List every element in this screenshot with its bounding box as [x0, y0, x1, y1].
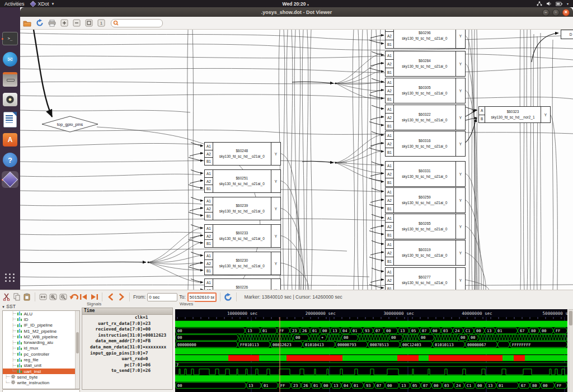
svg-text:FFFFFFFF: FFFFFFFF: [512, 343, 531, 347]
shift-end-button[interactable]: [90, 292, 98, 301]
graph-node-$60259[interactable]: A1A2B1$60259sky130_fd_sc_hd__o21ai_0Y: [385, 187, 466, 213]
sst-item-pc_controller[interactable]: ├─pc_controller: [3, 351, 79, 357]
signal-input_gpio_pins[3:0][interactable]: input_gpio_pins[3:0] =7: [82, 351, 172, 357]
sst-item-send_byte[interactable]: ├─send_byte: [3, 374, 79, 380]
graph-node-$60233[interactable]: A1A2B1$60233sky130_fd_sc_hd__o21ai_0Y: [204, 224, 281, 248]
waves-area[interactable]: 10000000 sec20000000 sec30000000 sec4000…: [175, 309, 567, 392]
dock-file-archive[interactable]: [2, 71, 18, 88]
app-menu[interactable]: XDot ▼: [30, 1, 55, 7]
svg-text:24: 24: [455, 329, 459, 333]
maximize-button[interactable]: ▫: [552, 9, 560, 16]
sst-filter-box[interactable]: [2, 389, 80, 392]
signal-uart_rxd[interactable]: uart_rxd =0: [82, 356, 172, 362]
signals-header[interactable]: Time: [82, 308, 172, 315]
sst-item-reg_file[interactable]: ├─reg_file: [3, 357, 79, 362]
svg-text:FF: FF: [280, 384, 285, 388]
caret-down-icon[interactable]: ▾: [567, 2, 569, 6]
graph-canvas[interactable]: top_gpio_pinsA1A2B1$60248sky130_fd_sc_hd…: [20, 30, 573, 290]
find-next-edge-button[interactable]: [117, 292, 126, 301]
sst-item-ID[interactable]: ├─ID: [3, 317, 79, 322]
graph-node-$60305[interactable]: A1A2B1$60305sky130_fd_sc_hd__o21ai_0Y: [385, 78, 466, 103]
zoom-100-button[interactable]: 1: [96, 18, 106, 28]
dock-rhythmbox[interactable]: [2, 91, 18, 108]
from-input[interactable]: [147, 293, 177, 301]
graph-node-$60251[interactable]: A1A2B1$60251sky130_fd_sc_hd__o21ai_0Y: [204, 169, 281, 193]
sst-item-forwarding_alu[interactable]: ├─forwarding_alu: [3, 339, 79, 345]
graph-node-partial[interactable]: D: [561, 30, 573, 39]
reload-button[interactable]: [224, 292, 233, 301]
signal-recieved_data[7:0][interactable]: recieved_data[7:0] =00: [82, 327, 172, 333]
node-label: $60316sky130_fd_sc_hd__o21ai_0: [394, 131, 455, 156]
graph-node-$60226[interactable]: A1A2B1$60226sky130_fd_sc_hd__o21ai_0Y: [204, 278, 281, 290]
graph-node-$60316[interactable]: A1A2B1$60316sky130_fd_sc_hd__o21ai_0Y: [385, 131, 466, 157]
zoom-fit-button[interactable]: [84, 18, 93, 28]
graph-node-$60319[interactable]: A1A2B1$60319sky130_fd_sc_hd__o21ai_0Y: [385, 240, 466, 266]
signals-panel[interactable]: Time clk =1uart_rx_data[7:0] =23recieved…: [82, 308, 173, 390]
dock-show-applications[interactable]: [2, 269, 18, 286]
zoom-in-button[interactable]: [49, 292, 58, 301]
signal-uart_rx_data[7:0][interactable]: uart_rx_data[7:0] =23: [82, 321, 172, 327]
zoom-out-button[interactable]: [72, 18, 81, 28]
title-bar[interactable]: .yosys_show.dot - Dot Viewer – ▫ ✕: [20, 7, 573, 17]
sst-tree[interactable]: ├─ALU├─ID├─IF_ID_pipeline├─M1_M2_pipelin…: [2, 310, 80, 389]
dock-terminal[interactable]: >_: [2, 30, 18, 47]
minimize-button[interactable]: –: [542, 9, 549, 16]
dock-xdot[interactable]: [2, 171, 18, 188]
signal-instruction[31:0][interactable]: instruction[31:0] =00812623: [82, 333, 172, 339]
search-input[interactable]: [119, 20, 160, 27]
cut-button[interactable]: [2, 292, 11, 301]
print-button[interactable]: [47, 18, 57, 28]
sst-scrollbar[interactable]: [75, 311, 79, 389]
search-box[interactable]: [111, 19, 163, 27]
dock-firefox[interactable]: [2, 8, 18, 25]
copy-button[interactable]: [12, 292, 21, 301]
signal-to_send[7:0][interactable]: to_send[7:0] =26: [82, 368, 172, 374]
signal-data_mem_addr[7:0][interactable]: data_mem_addr[7:0] =FB: [82, 338, 172, 344]
sst-item-ALU[interactable]: ├─ALU: [3, 311, 79, 317]
graph-node-$60331[interactable]: A1A2B1$60331sky130_fd_sc_hd__o21ai_0Y: [385, 161, 466, 187]
shift-start-button[interactable]: [79, 292, 88, 301]
graph-node-$60284[interactable]: A1A2B1$60284sky130_fd_sc_hd__o21ai_0Y: [385, 51, 466, 77]
sst-item-IF_ID_pipeline[interactable]: ├─IF_ID_pipeline: [3, 323, 79, 328]
sst-item-M1_M2_pipeline[interactable]: ├─M1_M2_pipeline: [3, 328, 79, 334]
signal-pc[7:0][interactable]: pc[7:0] =06: [82, 362, 172, 369]
graph-node-$60323[interactable]: AB$60323sky130_fd_sc_hd__nor2_1Y: [478, 106, 551, 123]
graph-node-$60296[interactable]: A1A2B1$60296sky130_fd_sc_hd__o21ai_0Y: [385, 30, 466, 49]
dock-libreoffice[interactable]: [2, 111, 18, 128]
close-button[interactable]: ✕: [562, 9, 570, 16]
signal-clk[interactable]: clk =1: [82, 315, 172, 321]
signal-name: instruction[31:0]: [82, 333, 143, 339]
find-prev-edge-button[interactable]: [106, 292, 115, 301]
waves-scrollbar[interactable]: [569, 309, 573, 392]
input-ports: A1A2B1: [205, 143, 213, 165]
graph-node-$60230[interactable]: A1A2B1$60230sky130_fd_sc_hd__o21ai_0Y: [204, 252, 281, 275]
paste-button[interactable]: [22, 292, 31, 301]
sst-header[interactable]: ▼ SST: [2, 304, 16, 309]
dock-help[interactable]: ?: [2, 152, 18, 168]
graph-node-$60265[interactable]: A1A2B1$60265sky130_fd_sc_hd__o21ai_0Y: [385, 214, 466, 239]
clock[interactable]: Wed 20:20 ●: [54, 1, 537, 7]
sst-item-uart_inst[interactable]: └─uart_inst: [3, 369, 79, 374]
window-title: .yosys_show.dot - Dot Viewer: [20, 10, 573, 15]
reload-button[interactable]: [35, 18, 44, 28]
to-input[interactable]: [187, 292, 217, 302]
graph-node-$60322[interactable]: A1A2B1$60322sky130_fd_sc_hd__o21ai_0Y: [385, 105, 466, 130]
zoom-fit-button[interactable]: [39, 292, 48, 301]
sst-item-id_mux[interactable]: ├─id_mux: [3, 346, 79, 351]
zoom-in-button[interactable]: [59, 18, 69, 28]
sst-item-M2_WB_pipeline[interactable]: ├─M2_WB_pipeline: [3, 334, 79, 339]
node-label: $60277sky130_fd_sc_hd__o21ai_0: [394, 268, 455, 290]
signal-data_mem_rdata[31:0][interactable]: data_mem_rdata[31:0] =xxxxxxxx: [82, 344, 172, 351]
fetch-left-button[interactable]: [69, 292, 78, 301]
signal-value: =23: [143, 321, 172, 327]
open-button[interactable]: [22, 18, 32, 28]
sst-item-write_instruction[interactable]: └─write_instruction: [3, 380, 79, 386]
activities-button[interactable]: Activities: [4, 1, 25, 7]
dock-thunderbird[interactable]: ✉: [2, 51, 18, 68]
sst-item-stall_unit[interactable]: ├─stall_unit: [3, 363, 79, 369]
zoom-out-button[interactable]: [59, 292, 68, 301]
graph-node-$60248[interactable]: A1A2B1$60248sky130_fd_sc_hd__o21ai_0Y: [204, 142, 281, 166]
dock-ubuntu-software[interactable]: A: [2, 131, 18, 148]
graph-node-$60277[interactable]: A1A2B1$60277sky130_fd_sc_hd__o21ai_0Y: [385, 267, 466, 290]
graph-node-$60239[interactable]: A1A2B1$60239sky130_fd_sc_hd__o21ai_0Y: [204, 197, 281, 220]
